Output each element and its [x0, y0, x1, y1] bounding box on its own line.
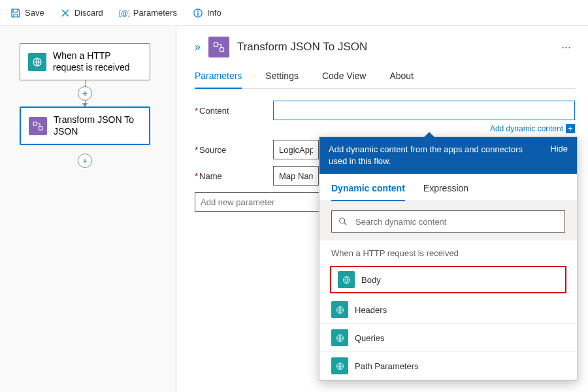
- parameters-icon: [@]: [119, 8, 129, 18]
- plus-icon: +: [566, 124, 575, 133]
- arrow-icon: [82, 103, 88, 107]
- tab-parameters[interactable]: Parameters: [195, 67, 242, 89]
- connector: +: [20, 80, 150, 106]
- info-icon: [193, 8, 203, 18]
- svg-line-10: [344, 223, 347, 225]
- discard-label: Discard: [74, 8, 103, 18]
- svg-rect-5: [33, 122, 37, 125]
- save-button[interactable]: Save: [4, 5, 51, 21]
- flyout-caret: [424, 132, 434, 137]
- hide-button[interactable]: Hide: [550, 144, 568, 167]
- action-node-label: Transform JSON To JSON: [54, 114, 141, 137]
- designer-canvas[interactable]: When a HTTP request is received + Transf…: [0, 26, 176, 392]
- content-label: *Content: [195, 106, 273, 116]
- search-box[interactable]: [331, 210, 565, 233]
- dynamic-content-flyout: Add dynamic content from the apps and co…: [319, 137, 578, 381]
- save-icon: [10, 8, 21, 18]
- detail-icon: [208, 37, 229, 57]
- token-queries[interactable]: Queries: [319, 324, 577, 352]
- tab-dynamic-content[interactable]: Dynamic content: [331, 180, 405, 201]
- discard-icon: [60, 8, 71, 18]
- svg-rect-8: [220, 48, 224, 52]
- tab-settings[interactable]: Settings: [265, 67, 299, 88]
- parameters-label: Parameters: [133, 8, 177, 18]
- add-step-area: +: [20, 145, 150, 171]
- token-path-parameters[interactable]: Path Parameters: [319, 352, 577, 380]
- insert-step-button[interactable]: +: [78, 86, 92, 101]
- trigger-node[interactable]: When a HTTP request is received: [20, 43, 150, 80]
- trigger-node-label: When a HTTP request is received: [53, 50, 142, 73]
- info-label: Info: [207, 8, 221, 18]
- name-label: *Name: [195, 171, 273, 181]
- collapse-button[interactable]: »: [195, 41, 201, 53]
- search-icon: [338, 217, 348, 226]
- add-step-button[interactable]: +: [78, 154, 92, 168]
- http-icon: [331, 301, 348, 318]
- name-input[interactable]: [273, 166, 319, 186]
- svg-rect-7: [214, 42, 218, 46]
- tab-expression[interactable]: Expression: [423, 180, 468, 201]
- content-input[interactable]: [273, 101, 575, 120]
- http-icon: [331, 357, 348, 374]
- flyout-header: Add dynamic content from the apps and co…: [319, 137, 577, 174]
- search-input[interactable]: [354, 216, 558, 227]
- discard-button[interactable]: Discard: [54, 5, 110, 21]
- add-dynamic-content-link[interactable]: Add dynamic content+: [195, 124, 575, 133]
- detail-tabs: Parameters Settings Code View About: [195, 67, 575, 89]
- http-icon: [338, 271, 355, 288]
- http-icon: [331, 329, 348, 346]
- svg-rect-3: [197, 12, 198, 16]
- token-label: Body: [361, 275, 381, 285]
- more-menu-button[interactable]: ···: [557, 39, 575, 56]
- token-group-header: When a HTTP request is received: [319, 240, 577, 263]
- transform-icon: [29, 117, 47, 135]
- svg-point-9: [340, 218, 345, 223]
- svg-point-2: [197, 10, 199, 12]
- source-label: *Source: [195, 145, 273, 155]
- svg-text:[@]: [@]: [119, 9, 129, 17]
- token-body[interactable]: Body: [330, 266, 566, 293]
- tab-about[interactable]: About: [389, 67, 414, 88]
- token-headers[interactable]: Headers: [319, 296, 577, 324]
- tab-code-view[interactable]: Code View: [322, 67, 366, 88]
- token-label: Headers: [355, 305, 387, 315]
- svg-rect-6: [39, 126, 42, 129]
- source-input[interactable]: [273, 140, 319, 159]
- flyout-tabs: Dynamic content Expression: [319, 174, 577, 201]
- token-label: Queries: [355, 333, 385, 343]
- parameters-button[interactable]: [@] Parameters: [112, 5, 184, 21]
- save-label: Save: [25, 8, 44, 18]
- action-node-transform[interactable]: Transform JSON To JSON: [20, 106, 150, 145]
- http-trigger-icon: [28, 53, 46, 71]
- info-button[interactable]: Info: [186, 5, 228, 21]
- detail-title: Transform JSON To JSON: [237, 41, 367, 54]
- top-toolbar: Save Discard [@] Parameters Info: [0, 0, 588, 26]
- token-label: Path Parameters: [355, 361, 419, 371]
- flyout-headline: Add dynamic content from the apps and co…: [329, 144, 542, 167]
